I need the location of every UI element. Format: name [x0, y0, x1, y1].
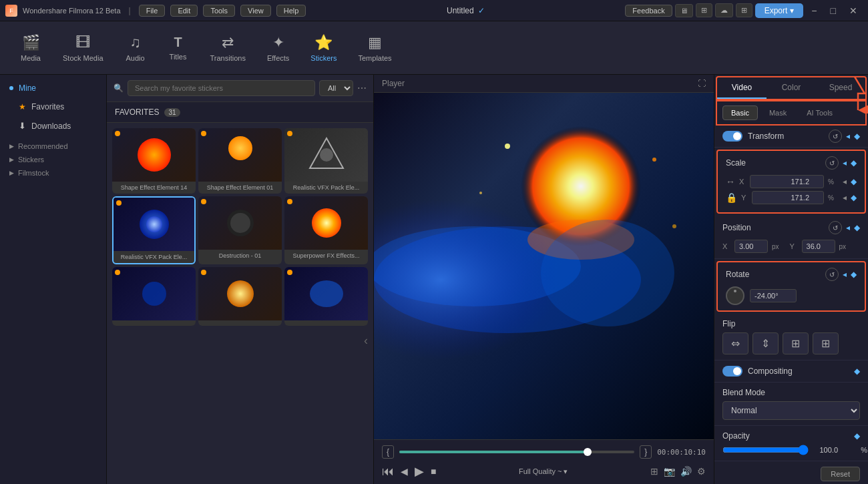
- rotate-dial[interactable]: [726, 286, 744, 305]
- fullscreen-icon-button[interactable]: ⊞: [696, 3, 712, 17]
- player-expand-icon[interactable]: ⛶: [698, 79, 706, 88]
- toolbar-transitions[interactable]: ⇄ Transitions: [201, 30, 255, 66]
- screen-size-button[interactable]: ⊞: [650, 466, 658, 477]
- in-point-button[interactable]: {: [382, 445, 394, 459]
- sidebar-item-stickers[interactable]: ▶ Stickers: [0, 153, 106, 166]
- toolbar-media[interactable]: 🎬 Media: [11, 30, 51, 66]
- reset-button[interactable]: Reset: [821, 467, 860, 481]
- toolbar-templates[interactable]: ▦ Templates: [349, 30, 401, 66]
- scale-x-input[interactable]: 171.2: [750, 175, 824, 188]
- filter-select[interactable]: All: [319, 80, 353, 96]
- scale-arrow-icon[interactable]: ◂: [843, 158, 847, 168]
- out-point-button[interactable]: }: [640, 445, 652, 459]
- sticker-card-8[interactable]: [198, 267, 282, 326]
- pos-arrow-icon[interactable]: ◂: [846, 223, 850, 232]
- quality-button[interactable]: Full Quality ~ ▾: [519, 467, 568, 476]
- sticker-card-1[interactable]: Shape Effect Element 14: [112, 128, 196, 194]
- reset-transform-icon[interactable]: ↺: [829, 130, 842, 143]
- position-x-input[interactable]: 3.00: [734, 240, 768, 253]
- rotate-keyframe-icon[interactable]: ◆: [851, 270, 857, 279]
- sub-tab-ai-tools[interactable]: AI Tools: [798, 105, 841, 120]
- toolbar-stickers[interactable]: ⭐ Stickers: [301, 30, 346, 66]
- sub-tab-mask[interactable]: Mask: [761, 105, 795, 120]
- flip-vertical-button[interactable]: ⇕: [752, 332, 779, 354]
- help-menu-button[interactable]: Help: [276, 5, 306, 17]
- more-options-icon[interactable]: ⋯: [357, 83, 367, 93]
- opacity-slider[interactable]: [722, 445, 809, 455]
- close-button[interactable]: ✕: [844, 4, 863, 17]
- flip-horizontal-button[interactable]: ⇔: [722, 332, 748, 354]
- transform-icons: ↺ ◂ ◆: [829, 130, 860, 143]
- compositing-keyframe-icon[interactable]: ◆: [854, 367, 860, 376]
- sidebar-item-favorites[interactable]: ★ Favorites: [0, 97, 106, 116]
- flip-option-3[interactable]: ⊞: [783, 332, 809, 354]
- edit-menu-button[interactable]: Edit: [170, 5, 198, 17]
- transform-toggle[interactable]: [722, 131, 742, 142]
- rewind-button[interactable]: ⏮: [382, 465, 394, 479]
- sticker-card-5[interactable]: Destruction - 01: [198, 196, 282, 264]
- grid-icon-button[interactable]: ⊞: [736, 3, 752, 17]
- blend-mode-select[interactable]: Normal Dissolve Multiply Screen Overlay: [722, 401, 860, 420]
- toolbar-titles[interactable]: T Titles: [158, 31, 198, 65]
- stop-button[interactable]: ■: [431, 466, 436, 477]
- opacity-keyframe-icon[interactable]: ◆: [854, 431, 860, 441]
- volume-button[interactable]: 🔊: [680, 466, 692, 477]
- collapse-panel-button[interactable]: ‹: [107, 331, 373, 350]
- rotate-input[interactable]: -24.00°: [750, 289, 797, 302]
- cloud-icon-button[interactable]: ☁: [715, 3, 733, 17]
- scale-keyframe-icon[interactable]: ◆: [851, 158, 857, 168]
- play-button[interactable]: ▶: [415, 464, 424, 479]
- prev-frame-button[interactable]: ◀: [401, 466, 408, 477]
- sticker-card-6[interactable]: Superpower FX Effects...: [284, 196, 368, 264]
- arrow-left-icon[interactable]: ◂: [846, 132, 850, 141]
- search-input[interactable]: [128, 80, 315, 96]
- monitor-icon-button[interactable]: 🖥: [675, 4, 693, 17]
- screenshot-button[interactable]: 📷: [664, 466, 675, 477]
- export-button[interactable]: Export ▾: [755, 3, 804, 18]
- settings-button[interactable]: ⚙: [697, 466, 706, 477]
- tools-menu-button[interactable]: Tools: [203, 5, 235, 17]
- pos-keyframe-icon[interactable]: ◆: [854, 223, 860, 232]
- minimize-button[interactable]: −: [806, 4, 822, 17]
- scale-y-arrow-icon[interactable]: ◂: [843, 193, 847, 202]
- reset-position-icon[interactable]: ↺: [829, 221, 842, 234]
- reset-rotate-icon[interactable]: ↺: [825, 268, 839, 281]
- sticker-card-3[interactable]: Realistic VFX Pack Ele...: [284, 128, 368, 194]
- toolbar-audio[interactable]: ♫ Audio: [116, 30, 156, 66]
- toolbar-stock-media[interactable]: 🎞 Stock Media: [53, 30, 113, 66]
- favorites-count: 31: [164, 108, 180, 117]
- feedback-button[interactable]: Feedback: [625, 5, 672, 17]
- rotate-arrow-icon[interactable]: ◂: [843, 270, 847, 279]
- sticker-card-7[interactable]: [112, 267, 196, 326]
- keyframe-icon[interactable]: ◆: [854, 132, 860, 141]
- sticker-card-4[interactable]: Realistic VFX Pack Ele...: [112, 196, 196, 264]
- annotation-arrow: [841, 75, 868, 113]
- tab-video[interactable]: Video: [717, 77, 767, 99]
- feedback-button[interactable]: File: [139, 5, 166, 17]
- svg-point-0: [138, 138, 171, 172]
- sub-tab-basic[interactable]: Basic: [722, 105, 758, 120]
- scale-y-input[interactable]: 171.2: [752, 191, 824, 204]
- sidebar-item-recommended[interactable]: ▶ Recommended: [0, 140, 106, 153]
- position-header: Position ↺ ◂ ◆: [722, 221, 860, 234]
- sidebar-item-filmstock[interactable]: ▶ Filmstock: [0, 166, 106, 180]
- progress-bar[interactable]: [399, 451, 634, 453]
- view-menu-button[interactable]: View: [240, 5, 271, 17]
- toolbar-effects[interactable]: ✦ Effects: [258, 30, 298, 66]
- scale-y-keyframe-icon[interactable]: ◆: [851, 193, 857, 202]
- sidebar-item-mine[interactable]: Mine: [0, 79, 106, 97]
- compositing-toggle[interactable]: [722, 366, 742, 377]
- scale-x-arrow-icon[interactable]: ◂: [843, 177, 847, 186]
- sticker-card-2[interactable]: Shape Effect Element 01: [198, 128, 282, 194]
- svg-point-5: [146, 216, 162, 232]
- tab-color[interactable]: Color: [767, 77, 816, 99]
- flip-option-4[interactable]: ⊞: [813, 332, 839, 354]
- reset-scale-icon[interactable]: ↺: [825, 156, 839, 170]
- sticker-label-4: Realistic VFX Pack Ele...: [114, 251, 194, 263]
- sticker-image-1: [112, 128, 196, 182]
- sticker-card-9[interactable]: [284, 267, 368, 326]
- scale-x-keyframe-icon[interactable]: ◆: [851, 177, 857, 186]
- maximize-button[interactable]: □: [825, 4, 841, 17]
- position-y-input[interactable]: 36.00: [802, 240, 835, 253]
- sidebar-item-downloads[interactable]: ⬇ Downloads: [0, 116, 106, 136]
